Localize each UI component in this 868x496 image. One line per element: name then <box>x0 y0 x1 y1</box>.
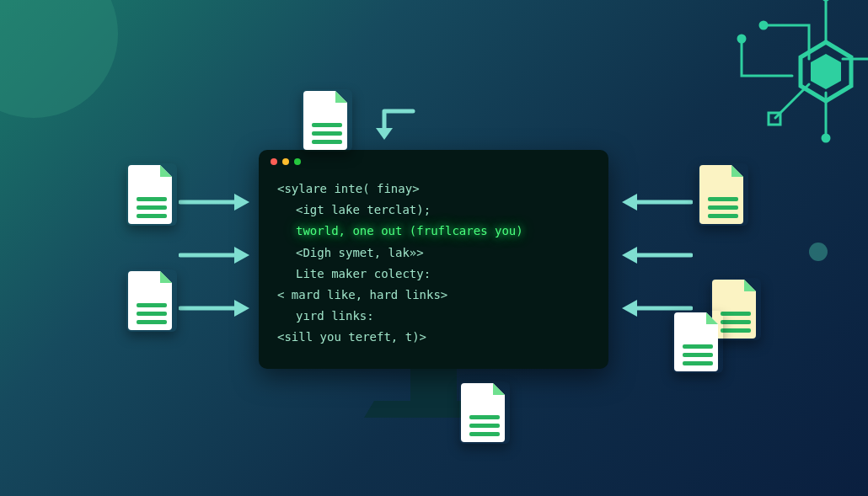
close-dot <box>271 158 277 165</box>
arrow-right-icon <box>179 245 253 265</box>
svg-rect-34 <box>469 432 500 436</box>
svg-point-0 <box>760 22 767 29</box>
svg-rect-28 <box>721 328 751 333</box>
code-line: <Digh symet, lak»> <box>277 243 595 264</box>
arrow-down-icon <box>371 108 421 145</box>
svg-rect-30 <box>683 353 713 357</box>
svg-rect-24 <box>708 205 738 210</box>
arrow-right-icon <box>179 298 253 318</box>
svg-rect-18 <box>137 205 167 210</box>
code-line: < mard like, hard links> <box>277 285 595 306</box>
svg-rect-19 <box>137 214 167 218</box>
window-traffic-lights <box>271 158 301 165</box>
code-line-highlight: tworld, one out (fruflcares you) <box>277 221 595 242</box>
svg-rect-23 <box>708 197 738 201</box>
background-blob <box>0 0 118 118</box>
svg-point-1 <box>738 35 745 42</box>
svg-rect-16 <box>312 140 342 144</box>
code-line: Lite maker colecty: <box>277 264 595 285</box>
zoom-dot <box>294 158 301 165</box>
accent-dot <box>809 243 828 261</box>
minimize-dot <box>282 158 289 165</box>
arrow-left-icon <box>619 245 693 265</box>
document-icon <box>672 311 723 373</box>
document-icon <box>302 89 352 152</box>
code-line: <sill you tereft, t)> <box>277 327 595 348</box>
svg-rect-21 <box>137 312 167 316</box>
code-line: <igt laƙe terclat); <box>277 200 595 221</box>
svg-rect-26 <box>721 312 751 316</box>
svg-rect-27 <box>721 320 751 324</box>
svg-rect-14 <box>312 123 342 127</box>
arrow-left-icon <box>619 192 693 212</box>
svg-rect-17 <box>137 197 167 201</box>
svg-rect-20 <box>137 303 167 307</box>
svg-rect-31 <box>683 361 713 365</box>
svg-rect-29 <box>683 344 713 349</box>
monitor-stand-neck <box>410 369 457 404</box>
svg-rect-22 <box>137 320 167 324</box>
terminal-window: <sylare inte( finay> <igt laƙe terclat);… <box>259 150 608 369</box>
arrow-right-icon <box>179 192 253 212</box>
code-line: yırd links: <box>277 306 595 327</box>
svg-rect-33 <box>469 424 500 428</box>
svg-rect-32 <box>469 415 500 419</box>
svg-marker-7 <box>811 54 841 89</box>
document-icon <box>126 163 177 226</box>
circuit-decoration <box>691 0 868 160</box>
document-icon <box>126 269 177 332</box>
svg-point-4 <box>822 135 829 141</box>
code-line: <sylare inte( finay> <box>277 179 595 200</box>
document-icon <box>698 163 748 226</box>
svg-rect-25 <box>708 214 738 218</box>
svg-rect-15 <box>312 131 342 136</box>
document-icon <box>459 381 510 444</box>
